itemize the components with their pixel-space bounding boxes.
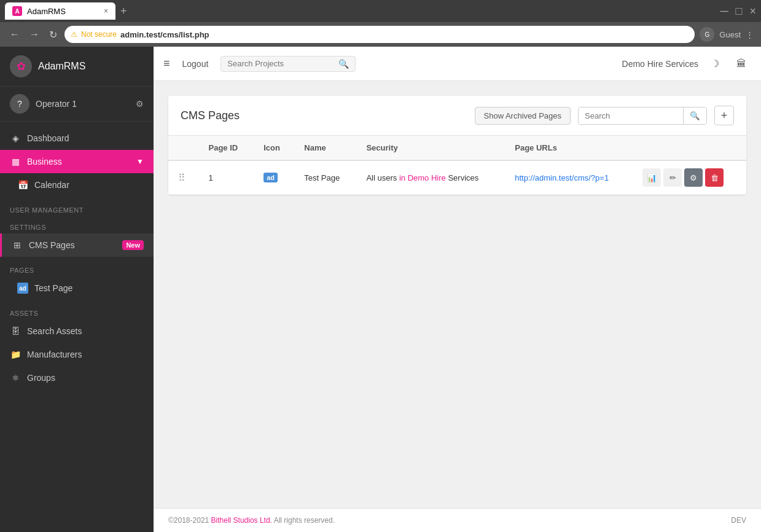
manufacturers-icon: 📁 xyxy=(10,349,21,360)
sidebar-calendar-label: Calendar xyxy=(34,180,144,190)
browser-nav: ← → ↻ ⚠ Not secure admin.test/cms/list.p… xyxy=(0,22,761,47)
show-archived-button[interactable]: Show Archived Pages xyxy=(475,107,571,125)
cms-pages-table: Page ID Icon Name Security Page URLs ⠿ xyxy=(168,136,746,195)
main-inner: CMS Pages Show Archived Pages 🔍 + xyxy=(154,81,761,508)
footer-env: DEV xyxy=(731,516,746,525)
calendar-icon: 📅 xyxy=(17,179,28,190)
search-icon: 🔍 xyxy=(690,111,700,120)
address-url: admin.test/cms/list.php xyxy=(120,30,209,39)
security-highlight3: Hire xyxy=(431,173,446,182)
search-projects-input[interactable] xyxy=(227,59,335,68)
sidebar-item-groups[interactable]: ⚛ Groups xyxy=(0,366,154,389)
panel-header: CMS Pages Show Archived Pages 🔍 + xyxy=(168,96,746,136)
search-assets-icon: 🗄 xyxy=(10,326,21,337)
chart-button[interactable]: 📊 xyxy=(642,168,661,187)
security-text-before: All users xyxy=(366,173,399,182)
chevron-down-icon: ▼ xyxy=(136,157,144,166)
project-search-box[interactable]: 🔍 xyxy=(220,56,356,72)
project-name: Demo Hire Services xyxy=(622,59,698,69)
panel-search-box[interactable]: 🔍 xyxy=(578,107,707,125)
cms-search-input[interactable] xyxy=(579,108,683,124)
drag-handle-icon[interactable]: ⠿ xyxy=(178,173,185,183)
sidebar-item-search-assets[interactable]: 🗄 Search Assets xyxy=(0,319,154,343)
user-area: G Guest ⋮ xyxy=(700,27,754,42)
building-icon[interactable]: 🏛 xyxy=(732,56,751,72)
col-security: Security xyxy=(356,136,505,160)
sidebar-item-test-page[interactable]: ad Test Page xyxy=(0,276,154,300)
logout-button[interactable]: Logout xyxy=(178,57,214,71)
sidebar-user-name: Operator 1 xyxy=(36,99,77,109)
sidebar-item-dashboard[interactable]: ◈ Dashboard xyxy=(0,127,154,150)
sidebar-item-label: Dashboard xyxy=(27,133,144,143)
maximize-button[interactable]: □ xyxy=(736,5,743,18)
sidebar-app-name: AdamRMS xyxy=(38,61,85,72)
sidebar-item-manufacturers[interactable]: 📁 Manufacturers xyxy=(0,343,154,366)
menu-toggle-icon[interactable]: ≡ xyxy=(163,57,170,70)
col-page-id: Page ID xyxy=(199,136,254,160)
topbar: ≡ Logout 🔍 Demo Hire Services ☽ 🏛 xyxy=(154,47,761,81)
sidebar-item-calendar[interactable]: 📅 Calendar xyxy=(0,173,154,197)
cms-pages-badge: New xyxy=(122,240,144,250)
search-projects-icon: 🔍 xyxy=(338,59,349,69)
sidebar-header: ✿ AdamRMS xyxy=(0,47,154,87)
table-row: ⠿ 1 ad Test Page All users in Demo Hire … xyxy=(168,160,746,195)
cms-search-button[interactable]: 🔍 xyxy=(683,108,706,124)
footer: ©2018-2021 Bithell Studios Ltd. All righ… xyxy=(154,508,761,532)
sidebar-user-avatar: ? xyxy=(10,94,29,114)
security-cell: All users in Demo Hire Services xyxy=(366,173,478,182)
groups-icon: ⚛ xyxy=(10,372,21,383)
close-window-button[interactable]: × xyxy=(749,5,756,18)
sidebar-section-settings: SETTINGS xyxy=(0,219,154,233)
col-drag xyxy=(168,136,199,160)
col-icon: Icon xyxy=(254,136,294,160)
sidebar-section-user-management: USER MANAGEMENT xyxy=(0,201,154,216)
row-actions: 📊 ✏ ⚙ 🗑 xyxy=(642,168,736,187)
address-bar[interactable]: ⚠ Not secure admin.test/cms/list.php xyxy=(64,26,695,43)
sidebar-settings-icon[interactable]: ⚙ xyxy=(136,99,144,109)
cms-pages-panel: CMS Pages Show Archived Pages 🔍 + xyxy=(168,96,746,195)
sidebar-manufacturers-label: Manufacturers xyxy=(27,350,144,359)
tab-title: AdamRMS xyxy=(27,7,66,16)
dark-mode-icon[interactable]: ☽ xyxy=(706,55,724,72)
security-highlight2: Demo xyxy=(408,173,429,182)
browser-tab[interactable]: A AdamRMS × xyxy=(5,2,115,20)
sidebar-groups-label: Groups xyxy=(27,373,144,383)
business-icon: ▦ xyxy=(10,156,21,167)
test-page-icon: ad xyxy=(17,283,28,294)
footer-copyright: ©2018-2021 Bithell Studios Ltd. All righ… xyxy=(168,516,335,525)
sidebar-cms-pages-label: CMS Pages xyxy=(29,240,116,250)
sidebar-logo: ✿ xyxy=(10,55,32,77)
main-content: CMS Pages Show Archived Pages 🔍 + xyxy=(154,81,761,532)
forward-button[interactable]: → xyxy=(27,26,42,42)
tab-close-button[interactable]: × xyxy=(104,7,108,15)
browser-more-icon[interactable]: ⋮ xyxy=(746,30,754,39)
not-secure-label: Not secure xyxy=(81,30,117,39)
page-name-cell: Test Page xyxy=(294,160,356,195)
sidebar-search-assets-label: Search Assets xyxy=(27,326,144,336)
dashboard-icon: ◈ xyxy=(10,133,21,144)
minimize-button[interactable]: ─ xyxy=(720,5,728,18)
sidebar-item-cms-pages[interactable]: ⊞ CMS Pages New xyxy=(0,233,154,257)
new-tab-button[interactable]: + xyxy=(120,5,127,18)
sidebar-item-label: Business xyxy=(27,157,130,166)
edit-button[interactable]: ✏ xyxy=(663,168,682,187)
tab-favicon: A xyxy=(12,6,22,16)
delete-button[interactable]: 🗑 xyxy=(705,168,724,187)
sidebar: ✿ AdamRMS ? Operator 1 ⚙ ◈ Dashboard ▦ B… xyxy=(0,47,154,532)
back-button[interactable]: ← xyxy=(7,26,22,42)
add-page-button[interactable]: + xyxy=(714,106,734,125)
refresh-button[interactable]: ↻ xyxy=(47,26,60,43)
col-name: Name xyxy=(294,136,356,160)
security-highlight1: in xyxy=(399,173,405,182)
sidebar-test-page-label: Test Page xyxy=(34,283,144,293)
sidebar-section-assets: ASSETS xyxy=(0,305,154,319)
app-layout: ✿ AdamRMS ? Operator 1 ⚙ ◈ Dashboard ▦ B… xyxy=(0,47,761,532)
sidebar-nav: ◈ Dashboard ▦ Business ▼ 📅 Calendar USER… xyxy=(0,122,154,532)
user-label: Guest xyxy=(719,30,741,39)
page-id-cell: 1 xyxy=(199,160,254,195)
footer-company-link[interactable]: Bithell Studios Ltd. xyxy=(211,516,272,525)
cms-pages-icon: ⊞ xyxy=(12,240,23,251)
sidebar-item-business[interactable]: ▦ Business ▼ xyxy=(0,150,154,173)
row-settings-button[interactable]: ⚙ xyxy=(684,168,703,187)
page-url-link[interactable]: http://admin.test/cms/?p=1 xyxy=(515,173,609,182)
